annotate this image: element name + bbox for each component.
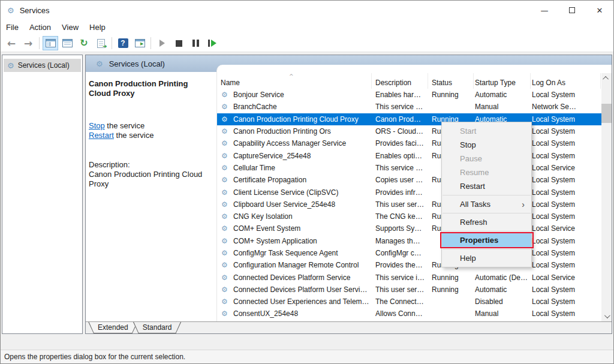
service-status: Running [432, 273, 474, 282]
refresh-icon[interactable]: ↻ [76, 36, 92, 50]
service-gear-icon: ⚙ [221, 298, 228, 305]
tree-item-services-local[interactable]: ⚙ Services (Local) [4, 59, 81, 72]
service-logon-as: Local System [532, 188, 601, 197]
service-logon-as: Local Service [532, 224, 601, 233]
service-row[interactable]: ⚙Capability Access Manager ServiceProvid… [217, 137, 601, 149]
service-name: COM+ System Application [233, 237, 369, 245]
service-description-cell: This user ser… [375, 200, 428, 209]
submenu-arrow-icon: › [522, 200, 525, 209]
column-header-startup-type[interactable]: Startup Type [475, 73, 531, 89]
service-row[interactable]: ⚙Configuration Manager Remote ControlPro… [217, 259, 601, 271]
service-row[interactable]: ⚙Clipboard User Service_254e48This user … [217, 198, 601, 210]
view-tabs: ExtendedStandard [86, 321, 612, 333]
help-icon[interactable]: ? [115, 36, 131, 50]
service-logon-as: Local System [532, 91, 601, 99]
show-action-pane-icon[interactable] [132, 36, 148, 50]
service-logon-as: Local System [532, 261, 601, 269]
service-name: Client License Service (ClipSVC) [233, 188, 369, 197]
service-row[interactable]: ⚙BranchCacheThis service …ManualNetwork … [217, 101, 601, 113]
service-description-cell: This user ser… [375, 285, 428, 294]
services-pane: ⚙ Services (Local) Canon Production Prin… [85, 55, 612, 334]
service-row[interactable]: ⚙Connected Devices Platform ServiceThis … [217, 271, 601, 283]
service-row[interactable]: ⚙ConfigMgr Task Sequence AgentConfigMgr … [217, 247, 601, 259]
service-row[interactable]: ⚙Bonjour ServiceEnables har…RunningAutom… [217, 89, 601, 101]
list-header: ^ NameDescriptionStatusStartup TypeLog O… [217, 73, 601, 89]
close-button[interactable]: ✕ [586, 1, 613, 20]
service-logon-as: Local System [532, 237, 601, 245]
service-row[interactable]: ⚙Certificate PropagationCopies user …Run… [217, 174, 601, 186]
context-menu-item-refresh[interactable]: Refresh [442, 215, 531, 229]
menu-file[interactable]: File [1, 20, 24, 34]
service-row[interactable]: ⚙Connected Devices Platform User Servi…T… [217, 284, 601, 296]
services-list: ⚙Bonjour ServiceEnables har…RunningAutom… [217, 89, 601, 321]
export-list-icon[interactable] [93, 36, 109, 50]
menu-action[interactable]: Action [24, 20, 56, 34]
service-gear-icon: ⚙ [221, 152, 228, 160]
service-logon-as: Local System [532, 139, 601, 148]
service-name: BranchCache [233, 103, 369, 111]
start-service-icon[interactable] [154, 36, 170, 50]
context-menu-item-properties[interactable]: Properties [442, 233, 531, 247]
scroll-up-arrow[interactable] [601, 73, 612, 83]
service-name: CNG Key Isolation [233, 212, 369, 221]
service-row[interactable]: ⚙CNG Key IsolationThe CNG ke…RunningLoca… [217, 210, 601, 222]
menu-view[interactable]: View [56, 20, 84, 34]
toolbar: ←→↻? [1, 35, 613, 52]
service-row[interactable]: ⚙COM+ System ApplicationManages th…Local… [217, 235, 601, 247]
forward-icon[interactable]: → [20, 36, 36, 50]
service-description-pane: Canon Production Printing Cloud Proxy St… [86, 72, 216, 321]
maximize-button[interactable] [558, 1, 586, 20]
stop-service-icon[interactable] [171, 36, 186, 50]
column-header-status[interactable]: Status [432, 73, 474, 89]
service-name: Connected User Experiences and Telem… [233, 297, 369, 306]
pause-service-icon[interactable] [188, 36, 203, 50]
service-status: Running [432, 91, 474, 99]
service-description-cell: Provides infr… [375, 188, 428, 197]
service-description-cell: This service … [375, 103, 428, 111]
tab-extended[interactable]: Extended [88, 322, 138, 333]
restart-service-icon[interactable] [204, 36, 220, 50]
context-menu-item-restart[interactable]: Restart [442, 179, 531, 193]
service-description-cell: Provides faci… [375, 139, 428, 148]
column-header-log-on-as[interactable]: Log On As [532, 73, 601, 89]
service-row[interactable]: ⚙COM+ Event SystemSupports Sy…RunningLoc… [217, 222, 601, 234]
service-row[interactable]: ⚙Canon Production Printing OrsORS - Clou… [217, 125, 601, 137]
service-gear-icon: ⚙ [221, 225, 228, 232]
context-menu-item-all-tasks[interactable]: All Tasks› [442, 197, 531, 211]
column-header-description[interactable]: Description [375, 73, 428, 89]
minimize-button[interactable]: — [531, 1, 558, 20]
service-description-cell: Canon Prod… [375, 115, 428, 124]
service-gear-icon: ⚙ [221, 213, 228, 220]
service-name: Canon Production Printing Ors [233, 127, 369, 136]
show-console-tree-icon[interactable] [43, 36, 58, 50]
service-gear-icon: ⚙ [221, 116, 228, 123]
context-menu-item-help[interactable]: Help [442, 251, 531, 265]
properties-sheet-icon[interactable] [59, 36, 75, 50]
service-row[interactable]: ⚙CaptureService_254e48Enables opti…Runni… [217, 149, 601, 161]
service-gear-icon: ⚙ [221, 274, 228, 281]
context-menu-item-stop[interactable]: Stop [442, 138, 531, 152]
status-text: Opens the properties dialog box for the … [4, 353, 185, 361]
service-name: Bonjour Service [233, 91, 369, 99]
menu-help[interactable]: Help [84, 20, 111, 34]
column-header-name[interactable]: Name [221, 73, 372, 89]
context-menu: StartStopPauseResumeRestartAll Tasks›Ref… [441, 122, 532, 267]
service-row[interactable]: ⚙ConsentUX_254e48Allows Conn…ManualLocal… [217, 308, 601, 320]
back-icon[interactable]: ← [4, 36, 19, 50]
stop-service-link[interactable]: Stop [89, 121, 105, 130]
service-startup-type: Manual [475, 103, 530, 111]
service-description-cell: The Connect… [375, 297, 428, 306]
vertical-scrollbar[interactable] [601, 73, 612, 321]
service-row[interactable]: ⚙Canon Production Printing Cloud ProxyCa… [217, 113, 601, 125]
scrollbar-thumb[interactable] [601, 104, 612, 123]
service-description-cell: Manages th… [375, 237, 428, 245]
restart-link-suffix: the service [114, 131, 154, 140]
service-logon-as: Local System [532, 297, 601, 306]
scroll-down-arrow[interactable] [601, 311, 612, 321]
service-row[interactable]: ⚙Client License Service (ClipSVC)Provide… [217, 186, 601, 198]
service-description-cell: The CNG ke… [375, 212, 428, 221]
tab-standard[interactable]: Standard [133, 322, 182, 333]
restart-service-link[interactable]: Restart [89, 131, 114, 140]
service-row[interactable]: ⚙Cellular TimeThis service …Local Servic… [217, 162, 601, 174]
service-row[interactable]: ⚙Connected User Experiences and Telem…Th… [217, 296, 601, 308]
